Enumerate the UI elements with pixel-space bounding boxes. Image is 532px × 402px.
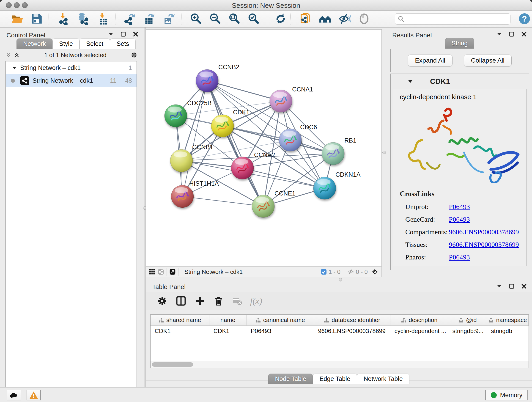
collapse-panel-icon[interactable] <box>496 31 502 37</box>
table-cell[interactable]: CDK1 <box>151 326 209 336</box>
column-header-@id[interactable]: @id <box>448 315 487 325</box>
network-node-rb1[interactable] <box>322 142 344 165</box>
delete-column-icon[interactable] <box>213 295 225 307</box>
network-edge[interactable] <box>182 196 263 206</box>
close-panel-icon[interactable] <box>133 31 139 37</box>
tab-select[interactable]: Select <box>80 38 110 49</box>
table-row[interactable]: CDK1CDK1P064939606.ENSP00000378699cyclin… <box>151 326 529 336</box>
network-from-clipboard-icon[interactable] <box>299 13 312 25</box>
tab-network[interactable]: Network <box>17 38 52 49</box>
grid-view-icon[interactable] <box>149 269 155 275</box>
network-node-ccna2[interactable] <box>231 157 254 179</box>
network-node-hist1h1a[interactable] <box>171 185 194 208</box>
network-canvas[interactable]: CCNB2CCNA1CDC25BCDK1CDC6RB1CCNB1CCNA2CDK… <box>146 29 382 266</box>
column-header-description[interactable]: description <box>390 315 448 325</box>
table-horizontal-scrollbar[interactable] <box>151 361 529 368</box>
network-node-cdc6[interactable] <box>279 129 302 151</box>
network-edge[interactable] <box>207 81 263 206</box>
refresh-network-view-icon[interactable] <box>274 13 287 25</box>
crosslink-link[interactable]: P06493 <box>449 253 470 261</box>
column-header-shared-name[interactable]: shared name <box>151 315 209 325</box>
collapse-all-button[interactable]: Collapse All <box>464 55 512 66</box>
hidden-eye-slash-icon[interactable] <box>348 269 354 275</box>
float-panel-icon[interactable] <box>509 283 515 289</box>
collection-expand-triangle-icon[interactable] <box>12 65 17 70</box>
float-panel-icon[interactable] <box>509 31 515 37</box>
close-panel-icon[interactable] <box>521 283 527 289</box>
houses-icon[interactable] <box>319 13 331 25</box>
network-node-cdc25b[interactable] <box>165 104 187 127</box>
import-table-from-file-icon[interactable] <box>97 13 109 25</box>
column-header-canonical-name[interactable]: canonical name <box>247 315 314 325</box>
export-image-icon[interactable] <box>163 13 175 25</box>
float-panel-icon[interactable] <box>120 31 126 37</box>
column-header-name[interactable]: name <box>209 315 247 325</box>
table-cell[interactable]: P06493 <box>247 326 314 336</box>
selected-checkbox-icon[interactable] <box>321 269 327 275</box>
network-node-ccnb2[interactable] <box>196 70 218 92</box>
open-session-icon[interactable] <box>11 13 23 25</box>
zoom-fit-icon[interactable] <box>228 13 241 25</box>
gene-collapse-triangle-icon[interactable] <box>408 79 413 84</box>
table-cell[interactable]: stringdb <box>487 326 529 336</box>
warnings-button[interactable] <box>27 390 41 400</box>
network-node-ccnb1[interactable] <box>170 149 193 172</box>
crosslink-link[interactable]: P06493 <box>449 203 470 211</box>
network-node-cdk1[interactable] <box>211 115 234 137</box>
memory-button[interactable]: Memory <box>485 390 528 400</box>
tab-node-table[interactable]: Node Table <box>268 374 313 384</box>
add-column-icon[interactable] <box>194 295 206 307</box>
zoom-in-icon[interactable] <box>190 13 202 25</box>
table-cell[interactable]: CDK1 <box>209 326 247 336</box>
table-cell[interactable]: 9606.ENSP00000378699 <box>314 326 390 336</box>
network-node-ccne1[interactable] <box>252 195 274 217</box>
tab-style[interactable]: Style <box>52 38 80 49</box>
show-columns-icon[interactable] <box>175 295 187 307</box>
export-table-icon[interactable] <box>143 13 155 25</box>
expand-all-button[interactable]: Expand All <box>408 55 452 66</box>
gene-section-header[interactable]: CDK1 <box>391 74 529 89</box>
column-header-database-identifier[interactable]: database identifier <box>314 315 390 325</box>
save-session-icon[interactable] <box>30 13 43 25</box>
network-view-type-icon[interactable] <box>158 269 164 275</box>
tab-edge-table[interactable]: Edge Table <box>313 374 357 384</box>
crosslink-link[interactable]: P06493 <box>449 216 470 223</box>
network-node-ccna1[interactable] <box>270 90 292 112</box>
table-cell[interactable]: stringdb:9... <box>448 326 487 336</box>
network-collection-row[interactable]: String Network – cdk1 1 <box>6 61 137 74</box>
tab-network-table[interactable]: Network Table <box>357 374 409 384</box>
zoom-out-icon[interactable] <box>209 13 221 25</box>
detach-view-icon[interactable] <box>170 269 176 275</box>
close-panel-icon[interactable] <box>521 31 527 37</box>
delete-table-icon[interactable] <box>231 295 243 307</box>
function-builder-icon[interactable]: f(x) <box>250 295 262 307</box>
eye-icon[interactable] <box>358 13 370 25</box>
network-edge[interactable] <box>182 81 207 196</box>
search-input[interactable] <box>406 15 510 23</box>
right-splitter[interactable] <box>382 27 387 277</box>
cloud-button[interactable] <box>7 390 21 400</box>
collapse-panel-icon[interactable] <box>496 283 502 289</box>
import-network-from-file-icon[interactable] <box>58 13 70 25</box>
tab-sets[interactable]: Sets <box>110 38 136 49</box>
network-row[interactable]: String Network – cdk1 11 48 <box>6 74 137 87</box>
right-splitter-handle[interactable] <box>382 151 386 154</box>
crosslink-link[interactable]: 9606.ENSP00000378699 <box>449 228 519 236</box>
collapse-panel-icon[interactable] <box>108 31 114 37</box>
network-node-cdkn1a[interactable] <box>313 177 336 199</box>
eye-slash-icon[interactable] <box>339 13 351 25</box>
left-splitter[interactable] <box>144 27 146 387</box>
table-cell[interactable]: cyclin-dependent ... <box>390 326 448 336</box>
crosslink-link[interactable]: 9606.ENSP00000378699 <box>449 241 519 249</box>
expand-all-networks-icon[interactable] <box>6 52 12 58</box>
scrollbar-thumb[interactable] <box>152 362 193 367</box>
network-options-gear-icon[interactable] <box>131 52 137 58</box>
tab-string[interactable]: String <box>445 38 475 49</box>
column-header-namespace[interactable]: namespace <box>487 315 529 325</box>
table-settings-gear-icon[interactable] <box>156 295 168 307</box>
horizontal-splitter-handle[interactable] <box>339 278 342 281</box>
export-network-icon[interactable] <box>124 13 136 25</box>
zoom-selected-icon[interactable] <box>247 13 260 25</box>
help-icon[interactable]: ? <box>518 13 531 25</box>
import-network-from-database-icon[interactable] <box>77 13 89 25</box>
